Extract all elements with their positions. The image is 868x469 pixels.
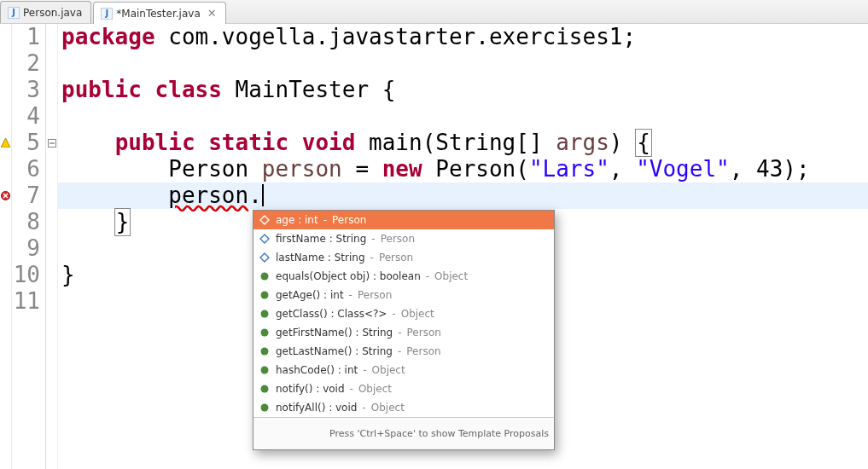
editor-tab-bar: J Person.java J *MainTester.java ✕ bbox=[0, 0, 868, 24]
svg-marker-6 bbox=[260, 216, 269, 224]
method-icon bbox=[259, 402, 271, 414]
method-icon bbox=[259, 289, 271, 301]
svg-point-12 bbox=[261, 329, 269, 337]
proposal-origin: Object bbox=[358, 379, 392, 398]
line-number: 2 bbox=[12, 50, 40, 77]
code-line-active[interactable]: person. bbox=[58, 182, 868, 209]
text-caret bbox=[262, 184, 264, 206]
line-number-gutter: 1 2 3 4 5 6 7 8 9 10 11 bbox=[12, 24, 46, 469]
code-line[interactable] bbox=[58, 50, 868, 77]
proposal-origin: Object bbox=[434, 267, 468, 286]
field-icon bbox=[259, 233, 271, 245]
proposal-signature: getClass() : Class<?> bbox=[276, 304, 387, 323]
proposal-origin: Person bbox=[406, 342, 440, 361]
proposal-origin: Person bbox=[407, 323, 441, 342]
method-icon bbox=[259, 327, 271, 339]
line-number: 3 bbox=[12, 77, 40, 103]
content-assist-item[interactable]: notifyAll() : void - Object bbox=[253, 398, 554, 417]
proposal-origin: Person bbox=[358, 286, 392, 304]
svg-point-14 bbox=[261, 367, 269, 374]
svg-point-15 bbox=[261, 385, 269, 393]
line-number: 11 bbox=[12, 288, 40, 315]
method-icon bbox=[259, 270, 271, 282]
code-line[interactable]: Person person = new Person("Lars", "Voge… bbox=[58, 156, 868, 182]
svg-marker-8 bbox=[260, 253, 269, 262]
svg-point-10 bbox=[261, 292, 269, 299]
proposal-origin: Object bbox=[401, 304, 434, 323]
content-assist-item[interactable]: equals(Object obj) : boolean - Object bbox=[253, 267, 554, 286]
close-icon[interactable]: ✕ bbox=[207, 7, 217, 20]
content-assist-popup: age : int - PersonfirstName : String - P… bbox=[253, 210, 555, 450]
code-line[interactable]: package com.vogella.javastarter.exercise… bbox=[58, 24, 868, 50]
fold-column bbox=[46, 24, 58, 469]
method-icon bbox=[259, 345, 271, 357]
proposal-signature: getLastName() : String bbox=[276, 342, 393, 361]
field-icon bbox=[259, 214, 271, 226]
content-assist-item[interactable]: getAge() : int - Person bbox=[253, 286, 554, 304]
line-number: 7 bbox=[12, 182, 40, 209]
content-assist-footer: Press 'Ctrl+Space' to show Template Prop… bbox=[253, 417, 554, 449]
proposal-origin: Object bbox=[371, 398, 405, 417]
code-editor[interactable]: 1 2 3 4 5 6 7 8 9 10 11 package com.voge… bbox=[0, 24, 868, 469]
content-assist-item[interactable]: notify() : void - Object bbox=[253, 379, 554, 398]
line-number: 6 bbox=[12, 156, 40, 182]
line-number: 4 bbox=[12, 103, 40, 130]
line-number: 9 bbox=[12, 235, 40, 262]
method-icon bbox=[259, 364, 271, 376]
proposal-signature: equals(Object obj) : boolean bbox=[276, 267, 421, 286]
proposal-signature: lastName : String bbox=[276, 248, 365, 267]
svg-point-11 bbox=[261, 310, 269, 318]
line-number: 10 bbox=[12, 262, 40, 288]
proposal-signature: notify() : void bbox=[276, 379, 345, 398]
svg-point-13 bbox=[261, 348, 269, 356]
field-icon bbox=[259, 252, 271, 263]
svg-marker-7 bbox=[260, 234, 269, 243]
java-file-icon: J bbox=[101, 8, 113, 20]
fold-toggle-icon[interactable] bbox=[46, 130, 57, 156]
proposal-signature: getFirstName() : String bbox=[276, 323, 393, 342]
proposal-signature: getAge() : int bbox=[276, 286, 344, 304]
content-assist-item[interactable]: hashCode() : int - Object bbox=[253, 361, 554, 379]
content-assist-item[interactable]: getLastName() : String - Person bbox=[253, 342, 554, 361]
warning-marker-icon[interactable] bbox=[0, 130, 11, 156]
marker-column bbox=[0, 24, 12, 469]
svg-marker-0 bbox=[1, 138, 10, 148]
line-number: 1 bbox=[12, 24, 40, 50]
proposal-signature: notifyAll() : void bbox=[276, 398, 357, 417]
code-line[interactable] bbox=[58, 103, 868, 130]
error-marker-icon[interactable] bbox=[0, 182, 11, 209]
method-icon bbox=[259, 383, 271, 395]
java-file-icon: J bbox=[8, 7, 20, 19]
tab-label: *MainTester.java bbox=[116, 8, 200, 20]
code-line[interactable]: public class MainTester { bbox=[58, 77, 868, 103]
proposal-origin: Person bbox=[379, 248, 413, 267]
line-number: 5 bbox=[12, 130, 40, 156]
proposal-signature: age : int bbox=[276, 211, 318, 229]
editor-tab-person[interactable]: J Person.java bbox=[0, 1, 91, 23]
content-assist-item[interactable]: lastName : String - Person bbox=[253, 248, 554, 267]
svg-point-9 bbox=[261, 273, 269, 281]
content-assist-item[interactable]: getFirstName() : String - Person bbox=[253, 323, 554, 342]
proposal-signature: firstName : String bbox=[276, 229, 366, 248]
content-assist-item[interactable]: getClass() : Class<?> - Object bbox=[253, 304, 554, 323]
proposal-origin: Object bbox=[372, 361, 405, 379]
tab-label: Person.java bbox=[23, 7, 82, 19]
content-assist-item[interactable]: age : int - Person bbox=[253, 211, 554, 229]
proposal-signature: hashCode() : int bbox=[276, 361, 358, 379]
editor-tab-maintester[interactable]: J *MainTester.java ✕ bbox=[93, 2, 225, 24]
proposal-origin: Person bbox=[332, 211, 366, 229]
line-number: 8 bbox=[12, 209, 40, 235]
svg-point-16 bbox=[261, 404, 269, 412]
method-icon bbox=[259, 308, 271, 320]
content-assist-item[interactable]: firstName : String - Person bbox=[253, 229, 554, 248]
proposal-origin: Person bbox=[381, 229, 415, 248]
code-line[interactable]: public static void main(String[] args) { bbox=[58, 130, 868, 156]
